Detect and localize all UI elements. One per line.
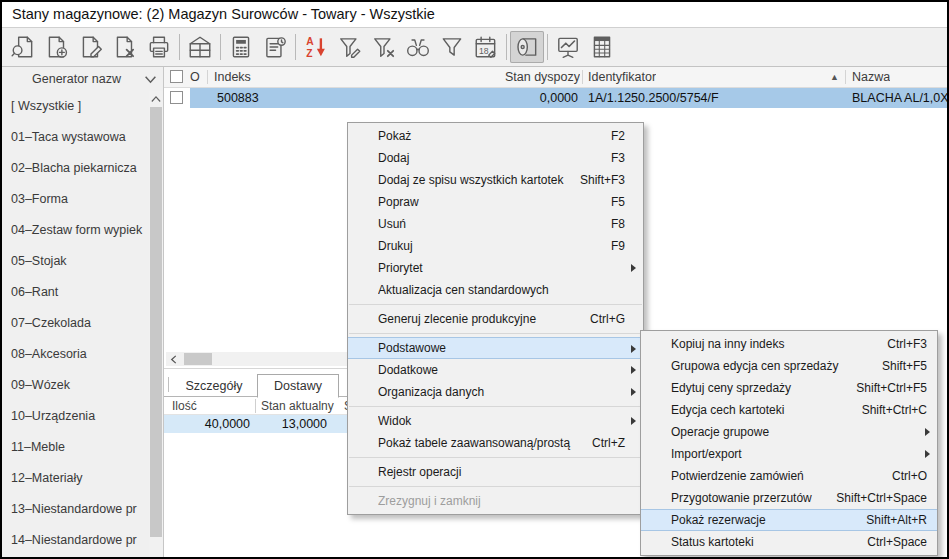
toolbar-button-calculator-icon[interactable] bbox=[224, 31, 258, 63]
sidebar-scrollbar[interactable] bbox=[149, 91, 163, 557]
toolbar-button-add-document-icon[interactable] bbox=[40, 31, 74, 63]
column-ilosc[interactable]: Ilość bbox=[172, 397, 197, 415]
column-divider[interactable] bbox=[207, 70, 208, 84]
submenu-item[interactable]: Edytuj ceny sprzedażyShift+Ctrl+F5 bbox=[641, 377, 937, 399]
h-scrollbar[interactable] bbox=[166, 352, 348, 366]
sidebar-item[interactable]: 01–Taca wystawowa bbox=[2, 122, 149, 153]
sidebar-header[interactable]: Generator nazw bbox=[2, 67, 163, 91]
row-checkbox[interactable] bbox=[170, 91, 183, 104]
menu-item-label: Priorytet bbox=[378, 257, 643, 279]
toolbar-button-table-report-icon[interactable] bbox=[585, 31, 619, 63]
column-stan-aktualny[interactable]: Stan aktualny bbox=[261, 397, 334, 415]
context-menu-item[interactable]: PoprawF5 bbox=[348, 191, 643, 213]
menu-shortcut: Shift+F5 bbox=[882, 355, 927, 377]
toolbar-button-find-document-icon[interactable] bbox=[6, 31, 40, 63]
context-menu-item[interactable]: Podstawowe bbox=[348, 337, 643, 359]
menu-item-label: Zrezygnuj i zamknij bbox=[378, 490, 643, 512]
menu-item-label: Import/export bbox=[671, 443, 937, 465]
submenu-item[interactable]: Pokaż rezerwacjeShift+Alt+R bbox=[641, 509, 937, 531]
menu-item-label: Status kartoteki bbox=[671, 531, 867, 553]
submenu-item[interactable]: Edycja cech kartotekiShift+Ctrl+C bbox=[641, 399, 937, 421]
stock-table-row[interactable]: 500883 0,0000 1A/1.1250.2500/5754/F BLAC… bbox=[164, 88, 947, 108]
context-menu-item[interactable]: Organizacja danych bbox=[348, 381, 643, 403]
details-row[interactable]: 40,0000 13,0000 bbox=[164, 415, 350, 433]
submenu-arrow-icon bbox=[631, 366, 636, 374]
sidebar-item[interactable]: 09–Wózek bbox=[2, 370, 149, 401]
edit-document-icon bbox=[78, 34, 104, 60]
menu-shortcut: Ctrl+Space bbox=[867, 531, 927, 553]
toolbar-button-chart-board-icon[interactable] bbox=[551, 31, 585, 63]
details-panel: Szczegóły Dostawy Ilość Stan aktualny S … bbox=[164, 368, 350, 557]
sidebar-item[interactable]: 02–Blacha piekarnicza bbox=[2, 153, 149, 184]
toolbar-button-filter-icon[interactable] bbox=[435, 31, 469, 63]
cell-stan-aktualny: 13,0000 bbox=[261, 415, 327, 433]
column-divider[interactable] bbox=[582, 70, 583, 84]
context-menu-item[interactable]: Rejestr operacji bbox=[348, 461, 643, 483]
menu-shortcut: F5 bbox=[611, 191, 625, 213]
toolbar-button-sort-az-icon[interactable]: AZ bbox=[299, 31, 333, 63]
toolbar-button-binoculars-icon[interactable] bbox=[401, 31, 435, 63]
scroll-left-button[interactable] bbox=[166, 352, 180, 366]
sidebar-item[interactable]: 05–Stojak bbox=[2, 246, 149, 277]
context-menu-item[interactable]: UsuńF8 bbox=[348, 213, 643, 235]
sidebar-item[interactable]: 07–Czekolada bbox=[2, 308, 149, 339]
menu-item-label: Operacje grupowe bbox=[671, 421, 937, 443]
sidebar-item[interactable]: 12–Materiały bbox=[2, 463, 149, 494]
scroll-up-button[interactable] bbox=[149, 91, 163, 106]
submenu-item[interactable]: Przygotowanie przerzutówShift+Ctrl+Space bbox=[641, 487, 937, 509]
chevron-down-icon[interactable] bbox=[144, 73, 157, 86]
menu-separator bbox=[348, 483, 643, 490]
sidebar-item[interactable]: [ Wszystkie ] bbox=[2, 91, 149, 122]
toolbar-button-warehouse-icon[interactable] bbox=[183, 31, 217, 63]
submenu-item[interactable]: Grupowa edycja cen sprzedażyShift+F5 bbox=[641, 355, 937, 377]
sidebar-item[interactable]: 13–Niestandardowe pr bbox=[2, 494, 149, 525]
sidebar-item[interactable]: 06–Rant bbox=[2, 277, 149, 308]
column-stan-dyspozycyjny[interactable]: Stan dyspozy bbox=[500, 67, 580, 87]
context-menu-item[interactable]: DrukujF9 bbox=[348, 235, 643, 257]
add-document-icon bbox=[44, 34, 70, 60]
sidebar-item[interactable]: 08–Akcesoria bbox=[2, 339, 149, 370]
menu-separator bbox=[348, 301, 643, 308]
cell-indeks: 500883 bbox=[217, 88, 259, 108]
toolbar-button-edit-document-icon[interactable] bbox=[74, 31, 108, 63]
context-menu-item[interactable]: Dodaj ze spisu wszystkich kartotekShift+… bbox=[348, 169, 643, 191]
toolbar-button-print-icon[interactable] bbox=[142, 31, 176, 63]
toolbar-button-filter-edit-icon[interactable] bbox=[333, 31, 367, 63]
toolbar-button-filter-clear-icon[interactable] bbox=[367, 31, 401, 63]
context-menu-item[interactable]: Dodatkowe bbox=[348, 359, 643, 381]
toolbar-button-calendar-icon[interactable]: 18 bbox=[469, 31, 503, 63]
sidebar-item[interactable]: 14–Niestandardowe pr bbox=[2, 525, 149, 556]
sidebar-item[interactable]: 10–Urządzenia bbox=[2, 401, 149, 432]
submenu-item[interactable]: Import/export bbox=[641, 443, 937, 465]
context-menu-item[interactable]: DodajF3 bbox=[348, 147, 643, 169]
toolbar-button-roll-icon[interactable] bbox=[510, 31, 544, 63]
column-divider[interactable] bbox=[845, 70, 846, 84]
toolbar-button-delete-document-icon[interactable] bbox=[108, 31, 142, 63]
submenu-item[interactable]: Kopiuj na inny indeksCtrl+F3 bbox=[641, 333, 937, 355]
submenu-item[interactable]: Status kartotekiCtrl+Space bbox=[641, 531, 937, 553]
scrollbar-thumb[interactable] bbox=[150, 107, 162, 537]
column-indeks[interactable]: Indeks bbox=[214, 67, 251, 87]
sidebar-item[interactable]: 04–Zestaw form wypiek bbox=[2, 215, 149, 246]
context-menu-item[interactable]: PokażF2 bbox=[348, 125, 643, 147]
context-menu-item[interactable]: Priorytet bbox=[348, 257, 643, 279]
submenu-item[interactable]: Potwierdzenie zamówieńCtrl+O bbox=[641, 465, 937, 487]
column-identyfikator[interactable]: Identyfikator bbox=[588, 67, 656, 87]
context-menu-item[interactable]: Pokaż tabele zaawansowaną/prostąCtrl+Z bbox=[348, 432, 643, 454]
column-nazwa[interactable]: Nazwa bbox=[852, 67, 890, 87]
tab-szczegoly[interactable]: Szczegóły bbox=[172, 375, 256, 397]
submenu-item[interactable]: Operacje grupowe bbox=[641, 421, 937, 443]
select-all-checkbox[interactable] bbox=[170, 70, 183, 83]
tab-dostawy[interactable]: Dostawy bbox=[257, 374, 339, 398]
context-menu-item[interactable]: Aktualizacja cen standardowych bbox=[348, 279, 643, 301]
sidebar-item[interactable]: 11–Meble bbox=[2, 432, 149, 463]
toolbar-button-document-info-icon[interactable] bbox=[258, 31, 292, 63]
context-menu-item[interactable]: Widok bbox=[348, 410, 643, 432]
sort-az-icon: AZ bbox=[303, 34, 329, 60]
context-menu-item[interactable]: Generuj zlecenie produkcyjneCtrl+G bbox=[348, 308, 643, 330]
toolbar-separator bbox=[506, 34, 507, 60]
h-scrollbar-thumb[interactable] bbox=[184, 353, 212, 365]
sidebar-item[interactable]: 03–Forma bbox=[2, 184, 149, 215]
cell-nazwa: BLACHA AL/1,0X bbox=[852, 88, 947, 108]
column-marker[interactable]: O bbox=[190, 67, 200, 87]
